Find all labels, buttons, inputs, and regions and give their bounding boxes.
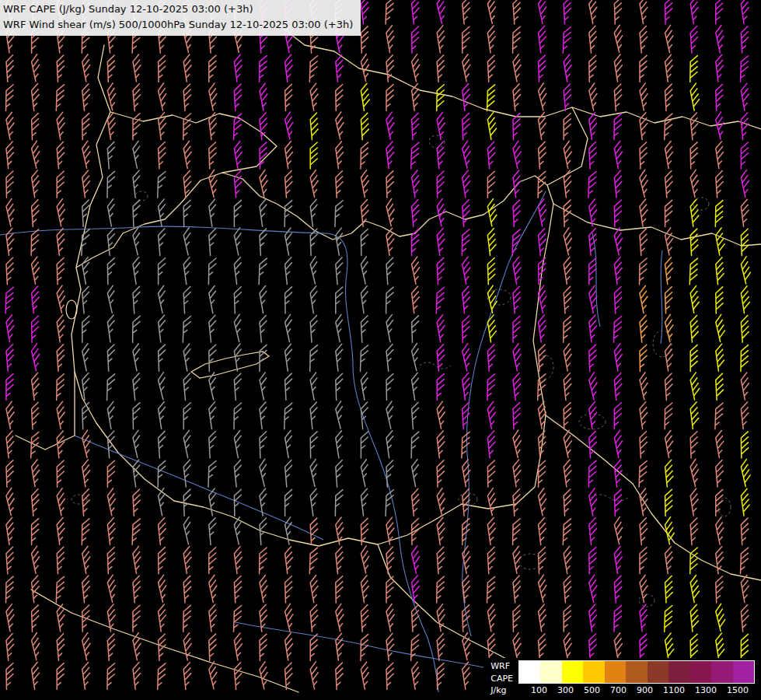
wind-barb [665,489,672,516]
legend-tick-label: 1100 [663,685,685,695]
wind-barb [740,576,752,603]
wind-barb [284,344,295,371]
wind-barb [639,26,648,53]
wind-barb [157,199,169,226]
wind-barb [537,0,550,23]
wind-barb [437,374,444,401]
wind-barb [538,26,548,53]
wind-barb [81,54,93,82]
cape-colorbar [518,660,755,684]
wind-barb [284,604,297,631]
wind-barb [6,460,14,487]
wind-barb [639,488,651,516]
wind-barb [689,83,701,110]
wind-barb [664,344,675,371]
wind-barb [31,402,40,429]
wind-barb [334,517,346,544]
wind-barb [410,373,421,400]
cape-legend-scale: 100300500700900110013001500 [518,660,755,695]
wind-barb [158,315,168,342]
wind-barb [665,114,672,140]
wind-barb [463,316,470,342]
wind-barb [56,401,68,429]
wind-barb [538,518,548,545]
wind-barb [741,316,749,343]
wind-barb [183,546,194,573]
wind-barb [614,114,622,140]
wind-barb [640,345,648,371]
wind-barb [588,431,597,458]
legend-tick-label: 700 [610,685,627,695]
wind-barb [513,519,521,545]
wind-barb [511,141,524,168]
wind-barb [411,605,420,632]
wind-barb [410,343,424,370]
wind-barb [411,142,419,169]
wind-barb [82,286,91,313]
cape-legend: WRF CAPE J/kg 10030050070090011001300150… [486,658,758,697]
wind-barb [487,345,496,372]
wind-barb [158,229,167,256]
wind-barb [435,199,448,226]
wind-barb [741,26,749,53]
wind-barb [437,460,445,487]
wind-barb [461,257,473,284]
wind-barb [589,548,597,574]
wind-barb [183,460,193,487]
wind-barb [82,170,93,198]
wind-barb [664,228,676,255]
wind-barb [258,459,271,486]
wind-barb [361,634,368,660]
wind-barb [689,459,702,486]
wind-barb [716,84,724,110]
wind-barb [107,171,115,198]
wind-barb [361,402,370,429]
legend-tick-label: 500 [584,685,600,695]
wind-barb [715,373,724,400]
wind-barb [285,287,292,313]
wind-barb [106,83,119,110]
wind-barb [133,403,141,429]
wind-barb [613,460,623,487]
wind-barb [57,142,66,169]
wind-barb [638,575,651,602]
wind-barb [361,26,368,53]
wind-barb [31,84,41,111]
wind-barb [208,285,219,313]
wind-barb [613,517,626,544]
legend-tick-label: 1500 [727,685,749,695]
wind-barb [435,0,449,23]
wind-barb [411,316,419,342]
wind-barb [57,663,64,690]
wind-barb [31,576,41,603]
wind-barb [562,228,575,255]
wind-barb [690,142,698,169]
wind-barb [588,401,599,429]
wind-barb [31,286,41,313]
wind-barb [209,55,216,82]
wind-barb [512,576,522,603]
wind-barb [715,142,726,169]
wind-barb [461,141,474,168]
wind-barb [385,198,398,226]
wind-barb [613,257,624,285]
wind-barb [233,517,246,544]
wind-barb [462,402,470,429]
wind-barb [233,54,244,82]
wind-barb [563,633,575,660]
wind-barb [82,576,92,603]
wind-barb [309,548,317,574]
wind-barb [5,547,14,574]
wind-barb [360,662,372,689]
wind-barb [741,518,749,544]
wind-barb [715,54,725,82]
wind-barb [208,575,220,602]
wind-barb [487,374,495,401]
wind-barb [56,517,67,544]
wind-barb [30,54,43,82]
wind-barb [563,141,575,168]
wind-barb [564,286,572,313]
wind-barb [665,403,672,429]
wind-barb [107,229,117,256]
wind-barb [131,228,145,255]
